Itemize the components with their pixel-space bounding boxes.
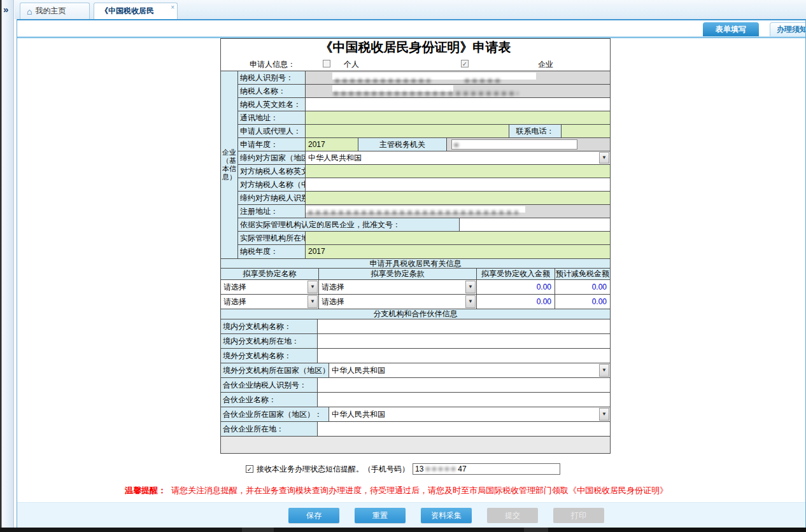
treaty-country-select[interactable]: 中华人民共和国 ▼ [306,151,610,164]
enterprise-checkbox[interactable]: ✓ [461,60,469,67]
taxpayer-en-name-label: 纳税人英文姓名： [238,98,306,111]
counterpart-cn-name-input[interactable] [306,178,610,191]
phone-suffix: 47 [458,465,466,473]
taxpayer-en-name-input[interactable] [306,98,610,111]
partnership-name-input[interactable] [318,393,610,407]
agent-label: 申请人或代理人： [238,125,306,137]
contact-phone-label: 联系电话： [509,125,562,137]
approval-number-input[interactable] [460,218,610,231]
counterpart-en-name-label: 对方纳税人名称英文 [238,165,306,178]
expand-sidebar-icon[interactable]: » [3,4,8,15]
redaction [332,85,453,92]
notice-text: 请您关注消息提醒，并在业务查询模块查询办理进度，待受理通过后，请您及时至市局国际… [171,486,668,495]
selected-option: 请选择 [223,283,246,291]
domestic-branch-name-input[interactable] [318,319,610,333]
treaty-name-select[interactable]: 请选择▼ [221,280,318,294]
resident-row: 请选择▼ 请选择▼ 0.00 0.00 [221,280,610,295]
notice-prefix: 温馨提醒： [125,486,166,495]
treaty-income-input[interactable]: 0.00 [477,295,555,309]
partnership-location-input[interactable] [318,422,610,436]
screen-bottom-edge [0,528,806,532]
agent-input[interactable] [306,125,509,137]
partnership-country-label: 合伙企业所在国家（地区）： [221,407,329,421]
submit-button[interactable]: 提交 [487,508,538,523]
collapsed-sidebar[interactable]: » [0,0,14,528]
content-panel: 表单填写 办理须知 《中国税收居民身份证明》申请表 申请人信息： 个人 ✓ 企业… [17,19,806,528]
approval-number-label: 依据实际管理机构认定的居民企业，批准文号： [238,218,460,231]
sms-reminder-label: 接收本业务办理状态短信提醒。（手机号码） [257,464,409,475]
domestic-branch-location-label: 境内分支机构所在地： [221,334,318,348]
close-icon[interactable]: × [171,4,174,11]
chevron-down-icon[interactable]: ▼ [599,408,609,421]
applicant-type-row: 申请人信息： 个人 ✓ 企业 [221,57,610,71]
sms-reminder-row: ✓ 接收本业务办理状态短信提醒。（手机号码） 13 47 [246,463,560,475]
treaty-income-input[interactable]: 0.00 [477,280,555,294]
phone-number-input[interactable]: 13 47 [413,463,560,475]
selected-option: 中华人民共和国 [308,153,362,162]
treaty-clause-select[interactable]: 请选择▼ [319,295,476,309]
selected-option: 中华人民共和国 [332,366,385,375]
personal-checkbox[interactable] [323,60,330,67]
redacted-text [335,79,430,83]
overseas-branch-country-select[interactable]: 中华人民共和国▼ [329,363,610,377]
data-collect-button[interactable]: 资料采集 [421,508,472,523]
col-treaty-clause: 拟享受协定条款 [319,269,477,279]
form-title: 《中国税收居民身份证明》申请表 [221,39,610,57]
contact-phone-input[interactable] [562,125,610,137]
apply-year-label: 申请年度： [238,138,306,151]
applicant-info-label: 申请人信息： [250,57,295,71]
col-relief-amount: 预计减免税金额 [555,269,610,279]
counterpart-en-name-input[interactable] [306,165,610,178]
selected-option: 请选择 [322,297,344,306]
partnership-name-label: 合伙企业名称： [221,393,318,407]
tax-authority-input[interactable] [451,139,577,150]
management-location-input[interactable] [306,232,610,244]
partnership-country-select[interactable]: 中华人民共和国▼ [329,407,610,421]
partnership-taxpayer-id-input[interactable] [318,378,610,392]
selected-option: 中华人民共和国 [332,410,385,419]
chevron-down-icon[interactable]: ▼ [599,152,609,164]
table-footer-row [221,437,610,453]
tab-form-fill[interactable]: 表单填写 [703,22,759,36]
tax-year-input[interactable]: 2017 [306,245,610,258]
apply-year-input[interactable]: 2017 [306,138,358,151]
redacted-text [334,92,518,95]
partnership-location-label: 合伙企业所在地： [221,422,318,436]
relief-amount-input[interactable]: 0.00 [555,295,610,309]
tax-authority-field [447,138,610,151]
warm-notice: 温馨提醒：请您关注消息提醒，并在业务查询模块查询办理进度，待受理通过后，请您及时… [125,485,668,496]
taxpayer-name-label: 纳税人名称： [238,85,306,97]
chevron-down-icon[interactable]: ▼ [308,281,318,293]
domestic-branch-name-label: 境内分支机构名称： [221,319,318,333]
tab-china-tax-resident[interactable]: 《中国税收居民 × [94,3,178,19]
basic-info-section: 企业（基本信息） 纳税人识别号： 纳税人名称： [221,71,610,258]
taxpayer-id-field [306,71,610,84]
counterpart-id-label: 缔约对方纳税人识别号 [238,192,306,204]
save-button[interactable]: 保存 [288,508,339,523]
chevron-down-icon[interactable]: ▼ [465,281,476,293]
relief-amount-input[interactable]: 0.00 [555,280,610,294]
chevron-down-icon[interactable]: ▼ [599,364,609,377]
overseas-branch-name-input[interactable] [318,349,610,363]
redacted-text [308,211,518,214]
reset-button[interactable]: 重置 [355,508,406,523]
registered-address-label: 注册地址： [238,205,306,218]
mail-address-input[interactable] [306,111,610,124]
print-button[interactable]: 打印 [553,508,604,523]
check-icon: ✓ [247,466,252,473]
sms-reminder-checkbox[interactable]: ✓ [246,465,253,473]
domestic-branch-location-input[interactable] [318,334,610,348]
action-bar: 保存 重置 资料采集 提交 打印 [17,502,805,528]
personal-label: 个人 [344,57,359,71]
taxpayer-name-field [306,85,610,97]
redacted-text [465,79,503,83]
chevron-down-icon[interactable]: ▼ [308,295,318,308]
treaty-clause-select[interactable]: 请选择▼ [319,280,476,294]
tab-handling-notice[interactable]: 办理须知 [770,22,806,36]
home-icon: ⌂ [27,8,32,15]
tab-my-homepage[interactable]: ⌂ 我的主页 [20,3,90,19]
selected-option: 请选择 [223,297,246,306]
counterpart-id-input[interactable] [306,192,610,204]
chevron-down-icon[interactable]: ▼ [465,295,476,308]
treaty-name-select[interactable]: 请选择▼ [221,295,318,309]
